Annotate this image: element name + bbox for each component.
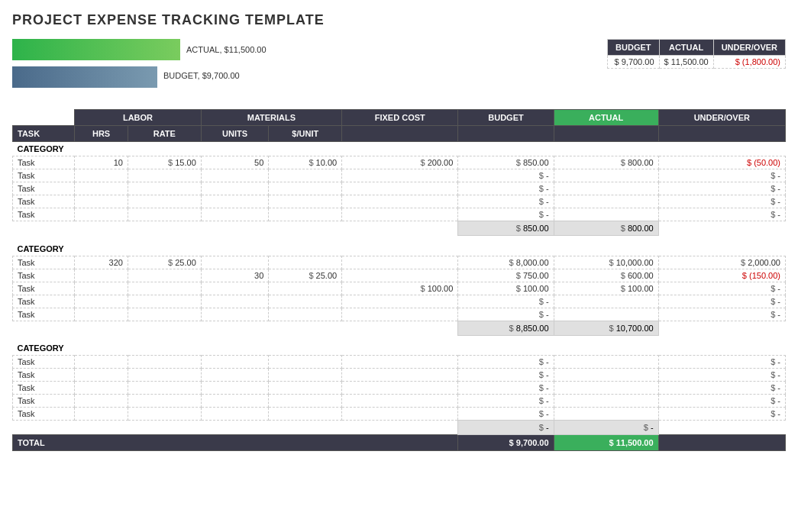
total-actual: $ 11,500.00 <box>554 435 658 451</box>
perunit-cell <box>269 382 342 395</box>
table-row: Task $ - $ - <box>13 182 786 195</box>
budget-col-header: BUDGET <box>458 110 554 126</box>
rate-cell <box>128 395 201 408</box>
task-cell: Task <box>13 395 75 408</box>
rate-cell <box>128 282 201 295</box>
task-cell: Task <box>13 282 75 295</box>
actual-cell <box>554 295 658 308</box>
task-cell: Task <box>13 369 75 382</box>
rate-cell <box>128 295 201 308</box>
summary-actual-header: ACTUAL <box>659 40 713 56</box>
subtotal-row-1: $ 8,850.00 $ 10,700.00 <box>13 321 786 335</box>
actual-cell <box>554 195 658 208</box>
budget-cell: $ - <box>458 382 554 395</box>
category-row-2: CATEGORY <box>13 341 786 356</box>
actual-cell <box>554 395 658 408</box>
col-group-header-row: LABOR MATERIALS FIXED COST BUDGET ACTUAL… <box>13 110 786 126</box>
category-row-1: CATEGORY <box>13 242 786 256</box>
budget-cell: $ - <box>458 195 554 208</box>
main-table: LABOR MATERIALS FIXED COST BUDGET ACTUAL… <box>12 109 786 451</box>
subtotal-row-2: $ - $ - <box>13 421 786 435</box>
task-cell: Task <box>13 182 75 195</box>
units-cell <box>201 256 269 269</box>
sub-header-row: TASK HRS RATE UNITS $/UNIT <box>13 126 786 142</box>
summary-budget-value: $ 9,700.00 <box>608 56 659 69</box>
subtotal-actual: $ 800.00 <box>554 221 658 236</box>
units-cell <box>201 382 269 395</box>
actual-bar <box>12 39 180 60</box>
underover-col-header: UNDER/OVER <box>658 110 785 126</box>
category-row-0: CATEGORY <box>13 142 786 156</box>
underover-cell: $ - <box>658 195 785 208</box>
table-row: Task $ - $ - <box>13 395 786 408</box>
task-cell: Task <box>13 195 75 208</box>
underover-cell: $ - <box>658 169 785 182</box>
rate-cell <box>128 169 201 182</box>
table-row: Task $ - $ - <box>13 369 786 382</box>
hrs-cell <box>75 308 128 321</box>
task-cell: Task <box>13 256 75 269</box>
perunit-cell <box>269 195 342 208</box>
hrs-cell <box>75 395 128 408</box>
actual-bar-row: ACTUAL, $11,500.00 <box>12 39 477 60</box>
subtotal-empty-4 <box>201 221 269 236</box>
perunit-cell <box>269 356 342 369</box>
hrs-cell <box>75 408 128 421</box>
subtotal-actual: $ 10,700.00 <box>554 321 658 335</box>
budget-bar <box>12 66 157 88</box>
hrs-cell <box>75 282 128 295</box>
fixedcost-cell: $ 100.00 <box>342 282 458 295</box>
subtotal-empty-3 <box>128 321 201 335</box>
category-label: CATEGORY <box>13 242 786 256</box>
fixedcost-cell <box>342 308 458 321</box>
budget-cell: $ - <box>458 408 554 421</box>
table-row: Task 320 $ 25.00 $ 8,000.00 $ 10,000.00 … <box>13 256 786 269</box>
budget-cell: $ 8,000.00 <box>458 256 554 269</box>
summary-section: BUDGET ACTUAL UNDER/OVER $ 9,700.00 $ 11… <box>607 39 786 75</box>
underover-cell: $ - <box>658 295 785 308</box>
subtotal-empty-1 <box>13 321 75 335</box>
hrs-cell <box>75 169 128 182</box>
actual-bar-label: ACTUAL, $11,500.00 <box>186 45 267 54</box>
rate-cell: $ 15.00 <box>128 156 201 169</box>
actual-cell <box>554 169 658 182</box>
hrs-cell: 320 <box>75 256 128 269</box>
units-cell <box>201 182 269 195</box>
subtotal-empty-6 <box>342 321 458 335</box>
summary-underover-value: $ ((1,800.00)1,800.00) <box>713 56 785 69</box>
rate-cell: $ 25.00 <box>128 256 201 269</box>
hrs-subheader: HRS <box>75 126 128 142</box>
underover-subheader <box>658 126 785 142</box>
task-cell: Task <box>13 308 75 321</box>
units-cell <box>201 408 269 421</box>
units-cell: 30 <box>201 269 269 282</box>
chart-area: ACTUAL, $11,500.00 BUDGET, $9,700.00 <box>12 39 477 91</box>
units-cell <box>201 356 269 369</box>
perunit-cell <box>269 408 342 421</box>
units-cell <box>201 369 269 382</box>
hrs-cell <box>75 356 128 369</box>
actual-cell <box>554 356 658 369</box>
fixedcost-cell <box>342 195 458 208</box>
budget-cell: $ - <box>458 369 554 382</box>
rate-cell <box>128 408 201 421</box>
budget-bar-row: BUDGET, $9,700.00 <box>12 63 477 88</box>
underover-cell: $ - <box>658 369 785 382</box>
labor-header: LABOR <box>75 110 202 126</box>
summary-table: BUDGET ACTUAL UNDER/OVER $ 9,700.00 $ 11… <box>607 39 786 69</box>
subtotal-empty-5 <box>269 221 342 236</box>
empty-header-1 <box>13 110 75 126</box>
summary-budget-header: BUDGET <box>608 40 659 56</box>
underover-cell: $ - <box>658 208 785 221</box>
perunit-cell <box>269 308 342 321</box>
total-label: TOTAL <box>13 435 458 451</box>
underover-cell: $ (50.00) <box>658 156 785 169</box>
table-row: Task $ - $ - <box>13 308 786 321</box>
actual-col-header: ACTUAL <box>554 110 658 126</box>
subtotal-empty-3 <box>128 421 201 435</box>
subtotal-empty-1 <box>13 421 75 435</box>
perunit-cell: $ 10.00 <box>269 156 342 169</box>
fixedcost-cell: $ 200.00 <box>342 156 458 169</box>
perunit-cell <box>269 395 342 408</box>
actual-cell <box>554 308 658 321</box>
